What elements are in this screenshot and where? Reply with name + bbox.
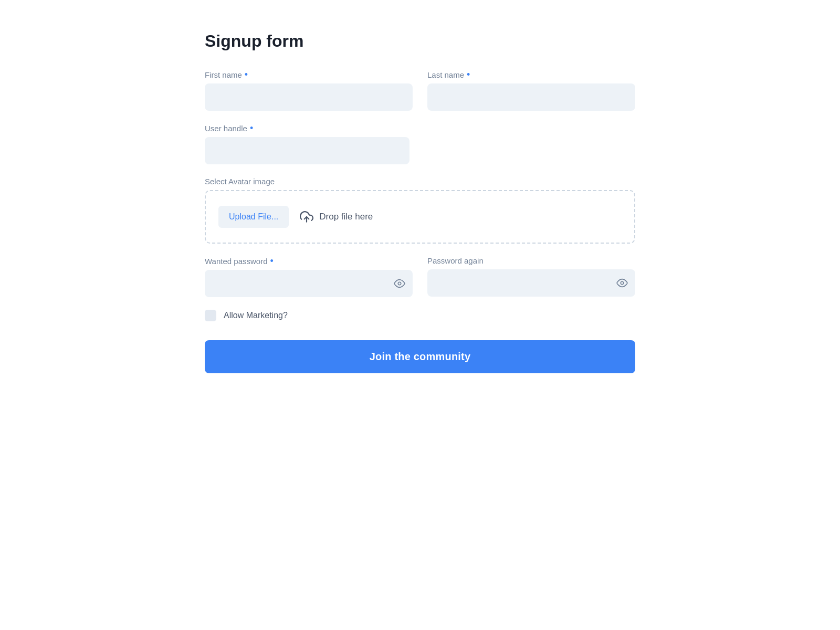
last-name-group: Last name • — [427, 70, 635, 111]
upload-icon — [299, 209, 314, 224]
wanted-password-group: Wanted password • — [205, 256, 413, 297]
handle-row: User handle • — [205, 123, 635, 164]
password-again-label: Password again — [427, 256, 635, 265]
user-handle-required: • — [250, 123, 253, 133]
upload-file-button[interactable]: Upload File... — [218, 206, 289, 228]
password-row: Wanted password • Password again — [205, 256, 635, 297]
wanted-password-input[interactable] — [205, 270, 413, 297]
first-name-group: First name • — [205, 70, 413, 111]
password-again-group: Password again — [427, 256, 635, 297]
first-name-label: First name • — [205, 70, 413, 79]
user-handle-group: User handle • — [205, 123, 410, 164]
last-name-required: • — [467, 70, 470, 79]
drop-text: Drop file here — [319, 212, 373, 222]
drop-zone[interactable]: Upload File... Drop file here — [205, 190, 635, 244]
user-handle-input[interactable] — [205, 137, 410, 164]
wanted-password-eye-icon[interactable] — [394, 278, 405, 289]
svg-point-1 — [398, 282, 401, 285]
page-title: Signup form — [205, 32, 635, 51]
signup-form: Signup form First name • Last name • Use… — [205, 32, 635, 373]
first-name-input[interactable] — [205, 83, 413, 111]
join-community-button[interactable]: Join the community — [205, 340, 635, 373]
svg-point-2 — [621, 281, 624, 285]
marketing-checkbox[interactable] — [205, 310, 216, 321]
last-name-label: Last name • — [427, 70, 635, 79]
password-again-wrapper — [427, 269, 635, 297]
first-name-required: • — [245, 70, 248, 79]
name-row: First name • Last name • — [205, 70, 635, 111]
user-handle-label: User handle • — [205, 123, 410, 133]
marketing-label[interactable]: Allow Marketing? — [224, 311, 288, 320]
last-name-input[interactable] — [427, 83, 635, 111]
avatar-section: Select Avatar image Upload File... Drop … — [205, 177, 635, 244]
drop-area: Drop file here — [299, 209, 373, 224]
avatar-label: Select Avatar image — [205, 177, 635, 186]
password-again-eye-icon[interactable] — [616, 277, 628, 289]
wanted-password-label: Wanted password • — [205, 256, 413, 266]
password-again-input[interactable] — [427, 269, 635, 297]
marketing-row: Allow Marketing? — [205, 310, 635, 321]
wanted-password-wrapper — [205, 270, 413, 297]
wanted-password-required: • — [270, 256, 274, 266]
